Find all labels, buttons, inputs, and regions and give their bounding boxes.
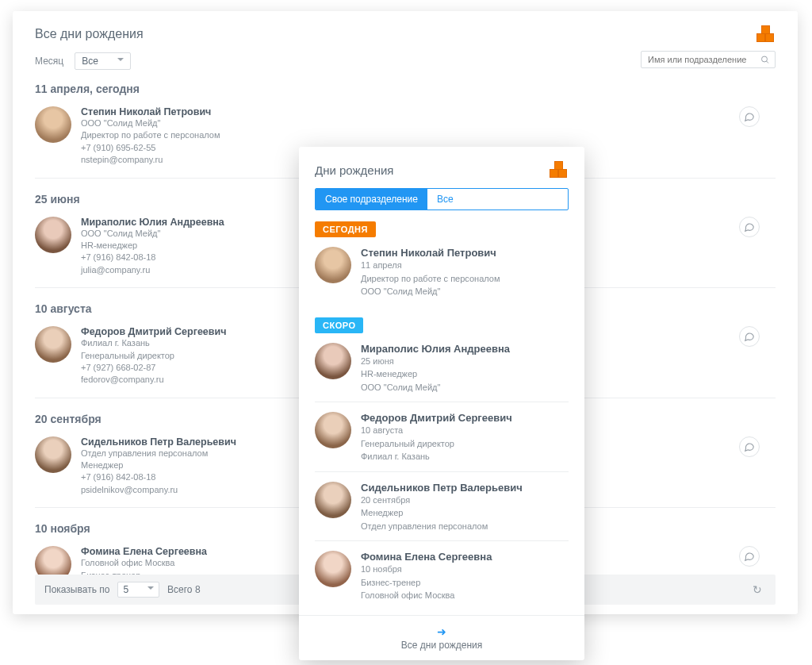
avatar[interactable] bbox=[35, 217, 71, 253]
tab-own-department[interactable]: Свое подразделение bbox=[316, 189, 427, 209]
person-name[interactable]: Степин Николай Петрович bbox=[81, 106, 220, 117]
person-role: Генеральный директор bbox=[81, 350, 226, 362]
person-org: ООО "Солид Мейд" bbox=[361, 381, 510, 394]
avatar[interactable] bbox=[315, 482, 351, 518]
widget-person-row: Степин Николай Петрович11 апреляДиректор… bbox=[299, 237, 584, 306]
person-email: fedorov@company.ru bbox=[81, 374, 226, 386]
person-phone: +7 (910) 695-62-55 bbox=[81, 142, 220, 154]
person-name[interactable]: Мираполис Юлия Андреевна bbox=[361, 343, 510, 355]
search-box[interactable] bbox=[641, 51, 776, 68]
chat-button[interactable] bbox=[739, 546, 760, 567]
person-name[interactable]: Сидельников Петр Валерьевич bbox=[361, 482, 523, 494]
person-org: ООО "Солид Мейд" bbox=[361, 285, 500, 298]
arrow-icon: ➜ bbox=[299, 625, 584, 638]
search-icon bbox=[760, 55, 770, 65]
widget-person-row: Фомина Елена Сергеевна10 ноябряБизнес-тр… bbox=[299, 541, 584, 610]
person-name[interactable]: Сидельников Петр Валерьевич bbox=[81, 436, 236, 448]
avatar[interactable] bbox=[35, 436, 71, 473]
person-role: Директор по работе с персоналом bbox=[361, 272, 500, 286]
avatar[interactable] bbox=[315, 247, 351, 283]
person-role: Бизнес-тренер bbox=[361, 576, 492, 590]
widget-title: Дни рождения bbox=[315, 163, 393, 177]
person-phone: +7 (927) 668-02-87 bbox=[81, 362, 226, 374]
person-date: 11 апреля bbox=[361, 259, 500, 272]
person-org: Головной офис Москва bbox=[81, 557, 207, 569]
person-org: Филиал г. Казань bbox=[361, 450, 512, 463]
avatar[interactable] bbox=[315, 343, 351, 379]
chat-button[interactable] bbox=[739, 106, 760, 127]
person-org: ООО "Солид Мейд" bbox=[81, 117, 220, 129]
person-org: Филиал г. Казань bbox=[81, 337, 226, 349]
total-label: Всего 8 bbox=[167, 584, 200, 595]
gifts-icon bbox=[755, 25, 776, 43]
avatar[interactable] bbox=[315, 412, 351, 448]
person-role: Генеральный директор bbox=[361, 437, 512, 451]
all-birthdays-link[interactable]: Все дни рождения bbox=[299, 640, 584, 651]
gifts-icon bbox=[548, 161, 569, 179]
person-role: Менеджер bbox=[81, 459, 236, 471]
person-email: psidelnikov@company.ru bbox=[81, 484, 236, 496]
person-org: Отдел управления персоналом bbox=[81, 448, 236, 459]
person-email: julia@company.ru bbox=[81, 264, 224, 276]
chat-button[interactable] bbox=[739, 436, 760, 457]
person-org: Головной офис Москва bbox=[361, 589, 492, 602]
birthday-widget: Дни рождения Свое подразделение Все СЕГО… bbox=[299, 147, 584, 660]
page-title: Все дни рождения bbox=[35, 27, 144, 41]
svg-point-0 bbox=[762, 56, 768, 62]
soon-badge: СКОРО bbox=[315, 317, 363, 333]
person-role: HR-менеджер bbox=[81, 240, 224, 252]
month-value: Все bbox=[82, 56, 98, 67]
person-role: Директор по работе с персоналом bbox=[81, 129, 220, 141]
refresh-button[interactable]: ↻ bbox=[749, 581, 766, 598]
avatar[interactable] bbox=[35, 326, 71, 363]
person-name[interactable]: Федоров Дмитрий Сергеевич bbox=[81, 326, 226, 337]
person-role: Менеджер bbox=[361, 506, 523, 520]
per-page-dropdown[interactable]: 5 bbox=[117, 582, 159, 598]
month-label: Месяц bbox=[35, 56, 63, 67]
person-org: Отдел управления персоналом bbox=[361, 520, 523, 533]
widget-person-row: Федоров Дмитрий Сергеевич10 августаГенер… bbox=[299, 402, 584, 471]
person-phone: +7 (916) 842-08-18 bbox=[81, 252, 224, 263]
chat-button[interactable] bbox=[739, 326, 760, 347]
today-badge: СЕГОДНЯ bbox=[315, 221, 376, 237]
month-dropdown[interactable]: Все bbox=[75, 52, 131, 70]
person-name[interactable]: Федоров Дмитрий Сергеевич bbox=[361, 412, 512, 424]
person-name[interactable]: Степин Николай Петрович bbox=[361, 247, 500, 259]
svg-line-1 bbox=[767, 60, 768, 62]
date-heading: 11 апреля, сегодня bbox=[35, 83, 776, 95]
person-org: ООО "Солид Мейд" bbox=[81, 228, 224, 240]
per-page-label: Показывать по bbox=[44, 584, 109, 595]
person-phone: +7 (916) 842-08-18 bbox=[81, 471, 236, 483]
person-date: 10 ноября bbox=[361, 563, 492, 576]
person-name[interactable]: Мираполис Юлия Андреевна bbox=[81, 217, 224, 228]
person-date: 20 сентября bbox=[361, 494, 523, 507]
person-name[interactable]: Фомина Елена Сергеевна bbox=[81, 546, 207, 557]
person-date: 10 августа bbox=[361, 424, 512, 437]
person-date: 25 июня bbox=[361, 355, 510, 368]
person-name[interactable]: Фомина Елена Сергеевна bbox=[361, 551, 492, 563]
search-input[interactable] bbox=[646, 54, 760, 65]
widget-tabs: Свое подразделение Все bbox=[315, 188, 569, 210]
widget-person-row: Мираполис Юлия Андреевна25 июняHR-менедж… bbox=[299, 333, 584, 402]
widget-person-row: Сидельников Петр Валерьевич20 сентябряМе… bbox=[299, 472, 584, 541]
person-role: HR-менеджер bbox=[361, 367, 510, 381]
per-page-value: 5 bbox=[123, 584, 128, 595]
chat-button[interactable] bbox=[739, 217, 760, 237]
person-email: nstepin@company.ru bbox=[81, 154, 220, 166]
tab-all[interactable]: Все bbox=[427, 189, 463, 209]
avatar[interactable] bbox=[35, 106, 71, 143]
avatar[interactable] bbox=[315, 551, 351, 587]
